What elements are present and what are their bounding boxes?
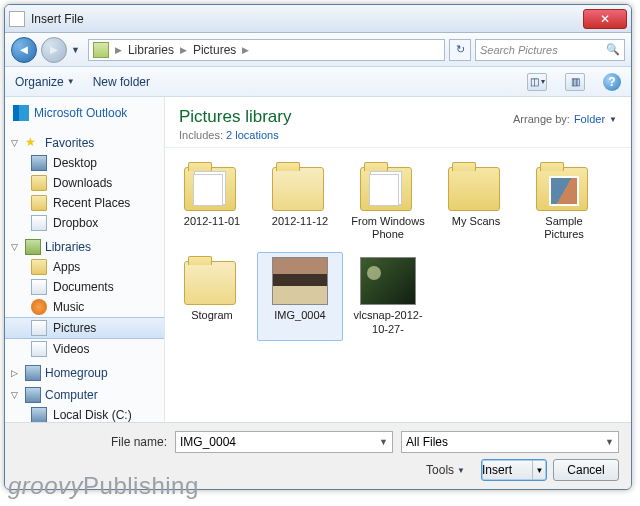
address-bar[interactable]: ▶ Libraries ▶ Pictures ▶ <box>88 39 445 61</box>
cancel-button[interactable]: Cancel <box>553 459 619 481</box>
file-label: IMG_0004 <box>274 309 325 322</box>
chevron-right-icon: ▶ <box>178 45 189 55</box>
library-icon <box>93 42 109 58</box>
file-label: From Windows Phone <box>348 215 428 241</box>
file-label: 2012-11-12 <box>272 215 328 228</box>
filename-input[interactable]: IMG_0004▼ <box>175 431 393 453</box>
history-dropdown[interactable]: ▼ <box>71 45 80 55</box>
sidebar-outlook[interactable]: Microsoft Outlook <box>5 103 164 129</box>
image-thumbnail <box>272 257 328 305</box>
folder-icon <box>536 163 592 211</box>
sidebar: Microsoft Outlook ▽★Favorites Desktop Do… <box>5 97 165 422</box>
file-item[interactable]: 2012-11-12 <box>257 158 343 246</box>
disk-icon <box>31 407 47 422</box>
sidebar-item-apps[interactable]: Apps <box>5 257 164 277</box>
close-button[interactable]: ✕ <box>583 9 627 29</box>
chevron-right-icon: ▶ <box>240 45 251 55</box>
folder-icon <box>360 163 416 211</box>
dialog-body: Microsoft Outlook ▽★Favorites Desktop Do… <box>5 97 631 422</box>
watermark: groovyPublishing <box>8 472 199 500</box>
file-item[interactable]: vlcsnap-2012-10-27-12h01m13s49 <box>345 252 431 340</box>
outlook-icon <box>13 105 29 121</box>
file-type-filter[interactable]: All Files▼ <box>401 431 619 453</box>
filename-label: File name: <box>17 435 167 449</box>
window-title: Insert File <box>31 12 583 26</box>
file-item[interactable]: 2012-11-01 <box>169 158 255 246</box>
toolbar: Organize▼ New folder ◫▾ ▥ ? <box>5 67 631 97</box>
music-icon <box>31 299 47 315</box>
app-icon <box>9 11 25 27</box>
desktop-icon <box>31 155 47 171</box>
file-item[interactable]: Stogram <box>169 252 255 340</box>
libraries-icon <box>25 239 41 255</box>
file-label: vlcsnap-2012-10-27-12h01m13s49 <box>348 309 428 335</box>
sidebar-group-libraries[interactable]: ▽Libraries <box>11 239 164 255</box>
chevron-down-icon: ▼ <box>379 437 388 447</box>
sidebar-group-homegroup[interactable]: ▷Homegroup <box>11 365 164 381</box>
pictures-icon <box>31 320 47 336</box>
videos-icon <box>31 341 47 357</box>
file-label: Stogram <box>191 309 233 322</box>
image-thumbnail <box>360 257 416 305</box>
sidebar-group-favorites[interactable]: ▽★Favorites <box>11 135 164 151</box>
computer-icon <box>25 387 41 403</box>
documents-icon <box>31 279 47 295</box>
arrange-by[interactable]: Arrange by: Folder ▼ <box>513 107 617 125</box>
organize-button[interactable]: Organize▼ <box>15 75 75 89</box>
file-grid[interactable]: 2012-11-012012-11-12From Windows PhoneMy… <box>165 148 631 351</box>
tools-button[interactable]: Tools▼ <box>426 463 465 477</box>
dialog-window: Insert File ✕ ◄ ► ▼ ▶ Libraries ▶ Pictur… <box>4 4 632 490</box>
search-icon: 🔍 <box>606 43 620 56</box>
file-item[interactable]: From Windows Phone <box>345 158 431 246</box>
file-label: Sample Pictures <box>524 215 604 241</box>
chevron-down-icon: ▼ <box>605 437 614 447</box>
nav-bar: ◄ ► ▼ ▶ Libraries ▶ Pictures ▶ ↻ Search … <box>5 33 631 67</box>
homegroup-icon <box>25 365 41 381</box>
refresh-button[interactable]: ↻ <box>449 39 471 61</box>
chevron-right-icon: ▶ <box>113 45 124 55</box>
sidebar-item-disk-c[interactable]: Local Disk (C:) <box>5 405 164 422</box>
new-folder-button[interactable]: New folder <box>93 75 150 89</box>
view-toggle-button[interactable]: ◫▾ <box>527 73 547 91</box>
file-label: My Scans <box>452 215 500 228</box>
file-item[interactable]: Sample Pictures <box>521 158 607 246</box>
folder-icon <box>31 259 47 275</box>
dropbox-icon <box>31 215 47 231</box>
library-header: Pictures library Includes: 2 locations A… <box>165 97 631 148</box>
breadcrumb-item[interactable]: Libraries <box>128 43 174 57</box>
content-pane: Pictures library Includes: 2 locations A… <box>165 97 631 422</box>
sidebar-item-videos[interactable]: Videos <box>5 339 164 359</box>
sidebar-group-computer[interactable]: ▽Computer <box>11 387 164 403</box>
sidebar-item-desktop[interactable]: Desktop <box>5 153 164 173</box>
sidebar-item-music[interactable]: Music <box>5 297 164 317</box>
preview-pane-button[interactable]: ▥ <box>565 73 585 91</box>
sidebar-item-documents[interactable]: Documents <box>5 277 164 297</box>
search-placeholder: Search Pictures <box>480 44 558 56</box>
folder-icon <box>184 257 240 305</box>
file-label: 2012-11-01 <box>184 215 240 228</box>
help-icon[interactable]: ? <box>603 73 621 91</box>
back-button[interactable]: ◄ <box>11 37 37 63</box>
includes-link[interactable]: 2 locations <box>226 129 279 141</box>
sidebar-item-downloads[interactable]: Downloads <box>5 173 164 193</box>
insert-dropdown[interactable]: ▼ <box>532 460 546 480</box>
forward-button[interactable]: ► <box>41 37 67 63</box>
star-icon: ★ <box>25 135 41 151</box>
breadcrumb-item[interactable]: Pictures <box>193 43 236 57</box>
folder-icon <box>184 163 240 211</box>
sidebar-item-recent[interactable]: Recent Places <box>5 193 164 213</box>
file-item[interactable]: IMG_0004 <box>257 252 343 340</box>
titlebar: Insert File ✕ <box>5 5 631 33</box>
insert-button[interactable]: Insert▼ <box>481 459 547 481</box>
file-item[interactable]: My Scans <box>433 158 519 246</box>
folder-icon <box>31 175 47 191</box>
sidebar-item-dropbox[interactable]: Dropbox <box>5 213 164 233</box>
folder-icon <box>448 163 504 211</box>
library-title: Pictures library <box>179 107 291 127</box>
folder-icon <box>31 195 47 211</box>
search-input[interactable]: Search Pictures 🔍 <box>475 39 625 61</box>
folder-icon <box>272 163 328 211</box>
sidebar-item-pictures[interactable]: Pictures <box>5 317 164 339</box>
chevron-down-icon: ▼ <box>609 115 617 124</box>
